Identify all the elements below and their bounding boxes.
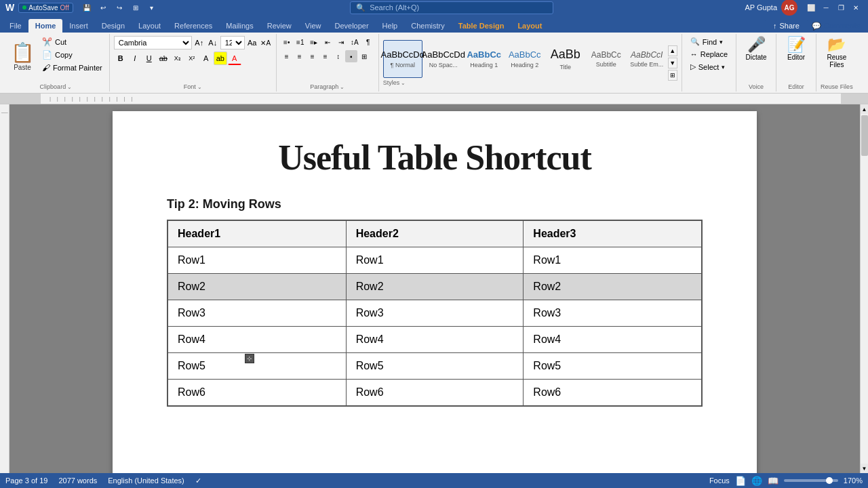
grow-font-button[interactable]: A↑ <box>193 37 205 49</box>
style-normal[interactable]: AaBbCcDd ¶ Normal <box>383 40 422 78</box>
view-print-icon[interactable]: 📄 <box>735 476 746 486</box>
select-arrow[interactable]: ▾ <box>722 64 725 70</box>
dictate-button[interactable]: 🎤 Dictate <box>741 36 772 61</box>
sort-button[interactable]: ↕A <box>349 36 361 48</box>
more-commands-button[interactable]: ▾ <box>145 1 159 14</box>
styles-dialog-launcher[interactable]: ⌄ <box>401 80 406 86</box>
zoom-slider[interactable] <box>784 479 838 482</box>
subscript-button[interactable]: X₂ <box>171 52 184 65</box>
find-button[interactable]: 🔍 Find ▾ <box>686 36 727 47</box>
zoom-thumb[interactable] <box>826 477 833 484</box>
font-color-button[interactable]: A <box>228 52 241 65</box>
style-title[interactable]: AaBb Title <box>546 40 585 78</box>
tab-layout2[interactable]: Layout <box>511 19 549 33</box>
justify-button[interactable]: ≡ <box>319 50 332 62</box>
proofing-icon[interactable]: ✓ <box>195 476 201 485</box>
tab-table-design[interactable]: Table Design <box>452 19 511 33</box>
font-dialog-launcher[interactable]: ⌄ <box>197 84 202 90</box>
borders-button[interactable]: ⊞ <box>358 50 370 62</box>
shading-button[interactable]: ▪ <box>345 50 357 62</box>
show-formatting-button[interactable]: ¶ <box>362 36 374 48</box>
bold-button[interactable]: B <box>114 52 127 65</box>
tab-file[interactable]: File <box>3 19 28 33</box>
restore-button[interactable]: ❐ <box>834 1 848 14</box>
underline-button[interactable]: U <box>142 52 156 65</box>
table-move-handle[interactable]: ⊹ <box>245 354 254 363</box>
tab-review[interactable]: Review <box>260 19 298 33</box>
change-case-button[interactable]: Aa <box>246 37 258 49</box>
tab-design[interactable]: Design <box>95 19 132 33</box>
share-button[interactable]: ↑ Share <box>765 19 808 33</box>
focus-label[interactable]: Focus <box>709 476 730 485</box>
strikethrough-button[interactable]: ab <box>157 52 170 65</box>
copy-button[interactable]: 📄 Copy <box>39 49 105 61</box>
zoom-level[interactable]: 170% <box>844 476 863 485</box>
superscript-button[interactable]: X² <box>185 52 199 65</box>
find-arrow[interactable]: ▾ <box>719 39 723 45</box>
redo-button[interactable]: ↪ <box>113 1 126 14</box>
save-button[interactable]: 💾 <box>80 1 94 14</box>
style-heading1[interactable]: AaBbCc Heading 1 <box>465 40 504 78</box>
styles-expand[interactable]: ⊞ <box>668 70 677 81</box>
font-size-select[interactable]: 12 <box>220 36 245 49</box>
multilevel-button[interactable]: ≡▸ <box>308 36 320 48</box>
minimize-button[interactable]: ─ <box>819 1 833 14</box>
style-no-spacing[interactable]: AaBbCcDd No Spac... <box>424 40 463 78</box>
view-web-icon[interactable]: 🌐 <box>751 476 762 486</box>
tab-mailings[interactable]: Mailings <box>219 19 260 33</box>
shrink-font-button[interactable]: A↓ <box>207 37 219 49</box>
user-avatar[interactable]: AG <box>781 0 797 16</box>
paragraph-dialog-launcher[interactable]: ⌄ <box>340 84 344 90</box>
table-cell-3-0: Row4 <box>167 327 346 353</box>
tab-references[interactable]: References <box>167 19 219 33</box>
vertical-scrollbar[interactable]: ▲ ▼ <box>860 104 868 473</box>
tab-developer[interactable]: Developer <box>328 19 375 33</box>
align-center-button[interactable]: ≡ <box>294 50 306 62</box>
style-subtitle[interactable]: AaBbCc Subtitle <box>587 40 626 78</box>
cut-button[interactable]: ✂️ Cut <box>39 36 105 48</box>
scroll-track[interactable] <box>861 114 868 464</box>
undo-button[interactable]: ↩ <box>96 1 110 14</box>
scroll-up-button[interactable]: ▲ <box>861 104 869 114</box>
ribbon-display-button[interactable]: ⬜ <box>804 1 818 14</box>
paste-button[interactable]: 📋 Paste <box>7 36 38 78</box>
scroll-thumb[interactable] <box>861 115 868 156</box>
line-spacing-button[interactable]: ↕ <box>332 50 344 62</box>
tab-insert[interactable]: Insert <box>62 19 95 33</box>
customize-qat-button[interactable]: ⊞ <box>129 1 142 14</box>
view-read-icon[interactable]: 📖 <box>768 476 778 486</box>
autosave-badge[interactable]: AutoSave Off <box>18 3 73 13</box>
numbering-button[interactable]: ≡1 <box>294 36 307 48</box>
tab-help[interactable]: Help <box>376 19 405 33</box>
align-left-button[interactable]: ≡ <box>281 50 293 62</box>
reuse-files-button[interactable]: 📂 Reuse Files <box>821 36 852 68</box>
styles-scroll-down[interactable]: ▼ <box>668 58 677 68</box>
tab-chemistry[interactable]: Chemistry <box>404 19 452 33</box>
text-effects-button[interactable]: A <box>199 52 213 65</box>
document-area[interactable]: ⊹ Useful Table Shortcut Tip 2: Moving Ro… <box>9 104 860 473</box>
font-name-select[interactable]: Cambria <box>114 36 192 49</box>
replace-button[interactable]: ↔ Replace <box>686 49 732 60</box>
clear-formatting-button[interactable]: ✕A <box>260 37 272 49</box>
tab-layout[interactable]: Layout <box>132 19 167 33</box>
select-button[interactable]: ▷ Select ▾ <box>686 61 730 73</box>
scroll-down-button[interactable]: ▼ <box>861 464 869 473</box>
close-button[interactable]: ✕ <box>849 1 863 14</box>
italic-button[interactable]: I <box>128 52 142 65</box>
editor-button[interactable]: 📝 Editor <box>781 36 812 61</box>
styles-scroll-up[interactable]: ▲ <box>668 45 677 56</box>
format-painter-button[interactable]: 🖌 Format Painter <box>39 62 105 74</box>
align-right-button[interactable]: ≡ <box>307 50 319 62</box>
tab-view[interactable]: View <box>298 19 328 33</box>
tab-home[interactable]: Home <box>28 19 63 33</box>
style-heading2[interactable]: AaBbCc Heading 2 <box>505 40 545 78</box>
style-subtle-em[interactable]: AaBbCcI Subtle Em... <box>627 40 667 78</box>
increase-indent-button[interactable]: ⇥ <box>335 36 347 48</box>
clipboard-dialog-launcher[interactable]: ⌄ <box>67 84 72 90</box>
comments-button[interactable]: 💬 Comments <box>812 22 860 30</box>
text-highlight-button[interactable]: ab <box>214 52 227 65</box>
bullets-button[interactable]: ≡• <box>281 36 293 48</box>
search-bar[interactable]: 🔍 Search (Alt+Q) <box>350 1 553 14</box>
decrease-indent-button[interactable]: ⇤ <box>321 36 334 48</box>
left-margin-bar: │ <box>0 104 9 473</box>
